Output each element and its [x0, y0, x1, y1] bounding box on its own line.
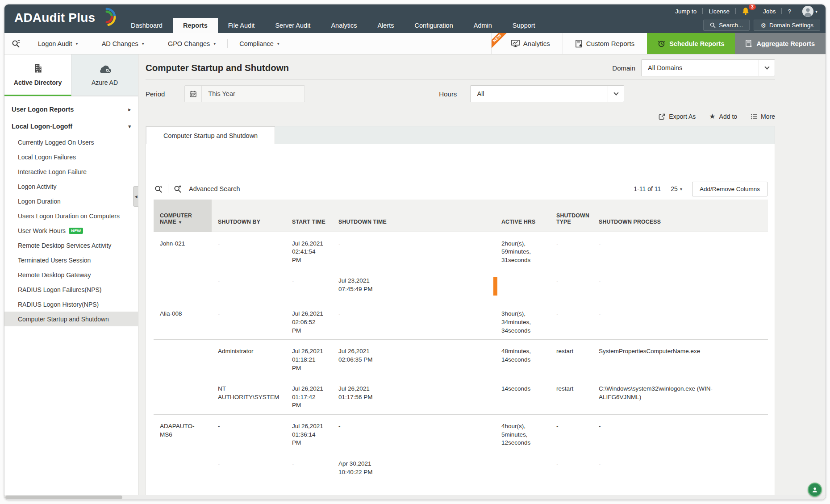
table-cell: -: [286, 452, 332, 485]
horizontal-scrollbar[interactable]: [4, 495, 826, 500]
column-header-shutdown-process[interactable]: SHUTDOWN PROCESS: [592, 200, 768, 232]
toolbar-menu-gpo-changes[interactable]: GPO Changes▾: [156, 40, 227, 47]
report-panel: Advanced Search 1-11 of 11 25 ▾ Add/Remo…: [146, 144, 775, 500]
nav-tab-configuration[interactable]: Configuration: [405, 18, 463, 33]
report-search-icon[interactable]: [4, 39, 26, 48]
more-button[interactable]: More: [751, 113, 775, 120]
column-search-icon[interactable]: [154, 185, 168, 193]
user-menu-caret-icon[interactable]: ▾: [815, 9, 818, 14]
license-link[interactable]: License: [703, 8, 735, 15]
chevron-down-icon: ▾: [142, 41, 144, 46]
nav-tab-alerts[interactable]: Alerts: [367, 18, 404, 33]
sidebar-section-label: User Logon Reports: [12, 106, 74, 113]
sidebar-item-users-logon-duration-on-computers[interactable]: Users Logon Duration on Computers: [4, 208, 138, 223]
nav-tab-file-audit[interactable]: File Audit: [218, 18, 265, 33]
toolbar-menu-logon-audit[interactable]: Logon Audit▾: [26, 40, 90, 47]
advanced-search-icon[interactable]: [168, 185, 187, 193]
page-size-selector[interactable]: 25 ▾: [671, 185, 682, 192]
table-cell: SystemPropertiesComputerName.exe: [592, 340, 768, 377]
advanced-search-label[interactable]: Advanced Search: [189, 185, 240, 192]
divider: [146, 164, 775, 164]
chevron-down-icon: ▾: [76, 41, 78, 46]
support-chat-button[interactable]: [808, 483, 822, 497]
aggregate-reports-icon: [746, 40, 752, 47]
table-cell: [495, 269, 550, 302]
user-avatar[interactable]: [802, 6, 813, 17]
domain-select[interactable]: All Domains: [641, 59, 775, 76]
help-button[interactable]: ?: [782, 8, 797, 15]
column-header-shutdown-type[interactable]: SHUTDOWN TYPE: [550, 200, 592, 232]
export-as-button[interactable]: Export As: [659, 113, 696, 120]
column-header-active-hrs[interactable]: ACTIVE HRS: [495, 200, 550, 232]
chevron-down-icon: ▾: [128, 124, 131, 129]
sidebar-item-radius-logon-history-nps[interactable]: RADIUS Logon History(NPS): [4, 297, 138, 312]
hours-select[interactable]: All: [470, 85, 624, 102]
table-cell: -: [332, 302, 495, 340]
column-header-start-time[interactable]: START TIME: [286, 200, 332, 232]
search-button[interactable]: Search...: [703, 20, 750, 31]
logo-text: ADAudit Plus: [14, 11, 95, 25]
nav-tab-reports[interactable]: Reports: [173, 18, 218, 33]
domain-settings-button[interactable]: ⚙ Domain Settings: [754, 20, 820, 31]
scrollbar-thumb[interactable]: [5, 496, 122, 499]
sidebar-section-local-logon-logoff[interactable]: Local Logon-Logoff▾: [4, 118, 138, 135]
column-header-shutdown-by[interactable]: SHUTDOWN BY: [212, 200, 286, 232]
nav-tab-support[interactable]: Support: [502, 18, 546, 33]
search-icon: [710, 22, 716, 28]
table-cell: -: [286, 269, 332, 302]
sidebar-item-computer-startup-and-shutdown[interactable]: Computer Startup and Shutdown: [4, 312, 138, 326]
column-header-label: ACTIVE HRS: [501, 219, 535, 225]
column-header-computer-name[interactable]: COMPUTER NAME▾: [154, 200, 212, 232]
nav-tab-analytics[interactable]: Analytics: [321, 18, 367, 33]
table-cell: [154, 269, 212, 302]
sidebar-item-radius-logon-failures-nps[interactable]: RADIUS Logon Failures(NPS): [4, 282, 138, 297]
collapse-arrow-icon: ◀: [134, 195, 137, 199]
sidebar-section-user-logon-reports[interactable]: User Logon Reports▸: [4, 101, 138, 118]
sort-caret-icon: ▾: [179, 220, 181, 225]
record-range: 1-11 of 11: [634, 185, 661, 192]
nav-tab-server-audit[interactable]: Server Audit: [265, 18, 321, 33]
app-header: ADAudit Plus Jump to License 3 Jobs: [4, 4, 826, 33]
sidebar-item-logon-duration[interactable]: Logon Duration: [4, 194, 138, 208]
sidebar-item-local-logon-failures[interactable]: Local Logon Failures: [4, 150, 138, 164]
column-header-label: SHUTDOWN BY: [218, 219, 260, 225]
notifications-button[interactable]: 3: [736, 7, 757, 15]
sidebar-collapse-handle[interactable]: ◀: [133, 186, 138, 207]
toolbar-menu-ad-changes[interactable]: AD Changes▾: [90, 40, 156, 47]
sidebar-item-label: RADIUS Logon Failures(NPS): [18, 286, 102, 293]
more-list-icon: [751, 113, 757, 120]
sidebar-item-logon-activity[interactable]: Logon Activity: [4, 179, 138, 194]
report-toolbar: Logon Audit▾AD Changes▾GPO Changes▾Compl…: [4, 33, 826, 54]
table-cell: -: [212, 302, 286, 340]
period-picker[interactable]: This Year: [184, 85, 305, 102]
sidebar-item-remote-desktop-gateway[interactable]: Remote Desktop Gateway: [4, 267, 138, 282]
sidebar-item-terminated-users-session[interactable]: Terminated Users Session: [4, 253, 138, 267]
table-cell: 3hour(s), 34minutes, 34seconds: [495, 302, 550, 340]
nav-tab-admin[interactable]: Admin: [463, 18, 502, 33]
table-cell: -: [592, 452, 768, 485]
nav-tab-dashboard[interactable]: Dashboard: [121, 18, 173, 33]
custom-reports-menu[interactable]: Custom Reports: [563, 33, 647, 54]
sidebar-tab-azure-ad[interactable]: Azure AD: [71, 54, 138, 96]
aggregate-reports-button[interactable]: Aggregate Reports: [735, 33, 826, 54]
column-header-shutdown-time[interactable]: SHUTDOWN TIME: [332, 200, 495, 232]
sidebar-item-currently-logged-on-users[interactable]: Currently Logged On Users: [4, 135, 138, 150]
chevron-down-icon: [608, 86, 624, 102]
sidebar-item-interactive-logon-failure[interactable]: Interactive Logon Failure: [4, 164, 138, 179]
jump-to-link[interactable]: Jump to: [669, 8, 702, 15]
schedule-reports-button[interactable]: Schedule Reports: [647, 33, 735, 54]
report-actions: Export As ★ Add to More: [146, 110, 775, 123]
sidebar-item-remote-desktop-services-activity[interactable]: Remote Desktop Services Activity: [4, 238, 138, 253]
add-to-button[interactable]: ★ Add to: [709, 113, 737, 120]
add-remove-columns-button[interactable]: Add/Remove Columns: [692, 182, 767, 196]
toolbar-menu-compliance[interactable]: Compliance▾: [228, 40, 291, 47]
sidebar-tab-active-directory[interactable]: Active Directory: [4, 54, 71, 96]
report-table: COMPUTER NAME▾SHUTDOWN BYSTART TIMESHUTD…: [154, 200, 768, 485]
toolbar-menu-label: AD Changes: [102, 40, 138, 47]
chevron-right-icon: ▸: [128, 107, 131, 112]
jobs-link[interactable]: Jobs: [757, 8, 782, 15]
toolbar-menu-label: Logon Audit: [38, 40, 72, 47]
report-tab-active[interactable]: Computer Startup and Shutdown: [146, 126, 275, 144]
analytics-menu[interactable]: NEW Analytics: [491, 33, 563, 54]
sidebar-item-user-work-hours[interactable]: User Work HoursNEW: [4, 223, 138, 238]
